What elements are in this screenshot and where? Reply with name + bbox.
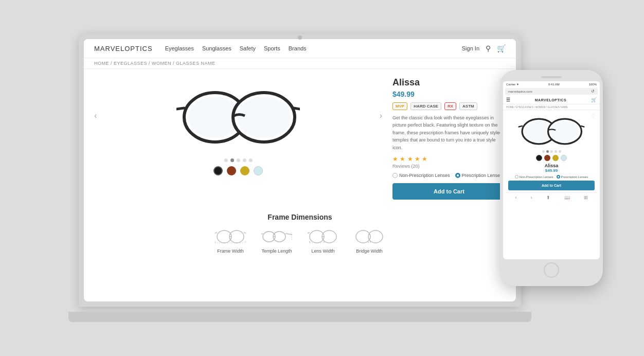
dim-bridge-width: Bridge Width	[354, 227, 385, 254]
phone-tabs-icon[interactable]: ⊞	[584, 195, 588, 200]
review-count: Reviews (20)	[392, 164, 506, 169]
lens-width-label: Lens Width	[311, 248, 334, 254]
dot-4[interactable]	[243, 158, 246, 162]
nav-eyeglasses[interactable]: Eyeglasses	[165, 45, 194, 51]
glasses-svg	[176, 87, 300, 144]
phone-dot-2[interactable]	[546, 150, 549, 153]
logo: MARVELOPTICS	[94, 45, 153, 52]
nav-sports[interactable]: Sports	[264, 45, 280, 51]
phone-glasses-svg	[518, 115, 585, 146]
phone-dot-5[interactable]	[559, 150, 561, 153]
phone-product-title: Alissa	[506, 163, 597, 168]
prescription-option[interactable]: Prescription Lenses	[455, 173, 503, 178]
phone-refresh-icon[interactable]: ↺	[591, 89, 595, 94]
phone-prescription-option[interactable]: Prescription Lenses	[557, 175, 588, 179]
swatch-brown[interactable]	[227, 166, 236, 175]
nav-safety[interactable]: Safety	[240, 45, 256, 51]
svg-line-10	[244, 233, 246, 233]
phone-bookmark-icon[interactable]: 📖	[564, 195, 570, 200]
phone-wishlist-icon[interactable]: ♡	[591, 113, 596, 119]
phone-non-prescription-radio[interactable]	[515, 175, 518, 179]
nav-sunglasses[interactable]: Sunglasses	[202, 45, 231, 51]
phone-non-prescription-option[interactable]: Non-Prescription Lenses	[515, 175, 553, 179]
phone-dot-1[interactable]	[542, 150, 545, 153]
dim-lens-width: Lens Width	[308, 227, 338, 254]
phone-non-prescription-label: Non-Prescription Lenses	[520, 175, 553, 179]
dim-frame-width: Frame Width	[215, 227, 246, 254]
non-prescription-radio[interactable]	[392, 173, 398, 178]
product-title: Alissa	[392, 77, 420, 88]
phone-dot-3[interactable]	[550, 150, 553, 153]
phone-swatch-black[interactable]	[536, 155, 542, 161]
laptop-camera	[298, 35, 302, 40]
svg-line-18	[285, 234, 292, 235]
navbar: MARVELOPTICS Eyeglasses Sunglasses Safet…	[84, 39, 516, 58]
swatch-black[interactable]	[213, 166, 223, 175]
dimension-items: Frame Width	[94, 227, 506, 254]
phone-url-bar[interactable]: marveloptics.com ↺	[505, 88, 598, 95]
phone-color-swatches	[506, 155, 597, 161]
logo-optics: OPTICS	[124, 45, 152, 52]
prescription-label: Prescription Lenses	[462, 173, 503, 178]
search-icon[interactable]: ⚲	[486, 44, 491, 52]
dot-3[interactable]	[237, 158, 240, 162]
phone-status-bar: Carrier ✦ 9:41 AM 100%	[503, 81, 600, 87]
phone-carousel-dots	[506, 150, 597, 153]
laptop: MARVELOPTICS Eyeglasses Sunglasses Safet…	[79, 34, 521, 322]
color-swatches	[213, 166, 263, 175]
scene: MARVELOPTICS Eyeglasses Sunglasses Safet…	[0, 0, 644, 356]
phone-menu-icon[interactable]: ☰	[506, 97, 510, 102]
product-details: Alissa $49.99 ♡ MVP HARD CASE RX ASTM	[392, 77, 506, 200]
phone-screen: Carrier ✦ 9:41 AM 100% marveloptics.com …	[503, 81, 600, 259]
nav-brands[interactable]: Brands	[289, 45, 307, 51]
phone-home-button[interactable]	[544, 262, 559, 278]
dot-2[interactable]	[230, 158, 234, 162]
badge-mvp: MVP	[392, 102, 407, 110]
phone-back-arrow[interactable]: ‹	[515, 195, 517, 200]
phone-time: 9:41 AM	[548, 83, 560, 86]
phone-speaker	[541, 76, 562, 78]
phone-product-price: $49.99	[506, 168, 597, 173]
laptop-body: MARVELOPTICS Eyeglasses Sunglasses Safet…	[79, 34, 521, 307]
dim-temple-length: Temple Length	[261, 227, 292, 254]
svg-line-9	[215, 233, 217, 233]
add-to-cart-button[interactable]: Add to Cart	[392, 183, 506, 200]
svg-point-3	[237, 97, 291, 138]
non-prescription-option[interactable]: Non-Prescription Lenses	[392, 173, 450, 178]
prescription-radio[interactable]	[455, 173, 460, 178]
phone-add-to-cart-button[interactable]: Add to Cart	[508, 181, 595, 190]
laptop-screen: MARVELOPTICS Eyeglasses Sunglasses Safet…	[84, 39, 516, 301]
phone-cart-icon[interactable]: 🛒	[591, 97, 597, 102]
phone-swatch-brown[interactable]	[544, 155, 550, 161]
frame-dimensions-title: Frame Dimensions	[94, 213, 506, 221]
phone-swatch-light[interactable]	[561, 155, 567, 161]
phone-dot-4[interactable]	[554, 150, 557, 153]
swatch-light[interactable]	[254, 166, 263, 175]
frame-width-label: Frame Width	[217, 248, 244, 254]
phone-lens-options: Non-Prescription Lenses Prescription Len…	[506, 175, 597, 179]
svg-line-17	[261, 234, 263, 234]
carousel-prev-arrow[interactable]: ‹	[94, 111, 97, 120]
phone-swatch-gold[interactable]	[552, 155, 559, 161]
cart-icon[interactable]: 🛒	[497, 44, 506, 52]
svg-line-37	[581, 126, 584, 127]
frame-width-icon	[215, 227, 246, 245]
bridge-width-label: Bridge Width	[356, 248, 383, 254]
phone-prescription-radio[interactable]	[557, 175, 560, 179]
dot-5[interactable]	[249, 158, 253, 162]
svg-line-36	[519, 126, 523, 127]
phone-prescription-label: Prescription Lenses	[561, 175, 588, 179]
carousel-dots	[224, 158, 253, 162]
phone-share-icon[interactable]: ⬆	[546, 195, 550, 200]
phone-carrier: Carrier ✦	[506, 82, 519, 86]
phone-battery: 100%	[589, 83, 597, 86]
phone-navbar: ☰ MARVELOPTICS 🛒	[503, 96, 600, 104]
swatch-gold[interactable]	[240, 166, 249, 175]
phone-forward-arrow[interactable]: ›	[531, 195, 532, 200]
carousel-next-arrow[interactable]: ›	[380, 111, 382, 120]
dot-1[interactable]	[224, 158, 228, 162]
phone: Carrier ✦ 9:41 AM 100% marveloptics.com …	[500, 70, 603, 286]
signin-link[interactable]: Sign In	[462, 45, 479, 51]
bridge-width-icon	[354, 227, 385, 245]
lens-width-icon	[308, 227, 338, 245]
